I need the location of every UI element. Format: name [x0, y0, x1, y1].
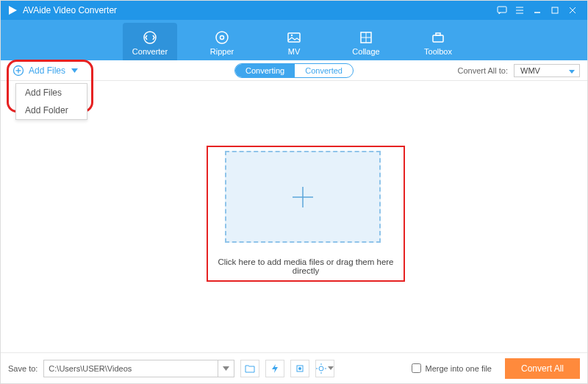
hw-accel-button[interactable] — [290, 360, 309, 377]
tab-label: MV — [288, 47, 301, 56]
menu-item-add-files[interactable]: Add Files — [16, 84, 87, 102]
svg-marker-0 — [9, 6, 17, 15]
maximize-icon[interactable] — [546, 1, 564, 19]
browse-folder-button[interactable] — [240, 360, 259, 377]
toolbox-icon — [430, 28, 446, 47]
add-files-menu: Add Files Add Folder — [15, 83, 87, 120]
settings-button[interactable] — [315, 360, 334, 377]
svg-point-11 — [220, 35, 224, 39]
sub-toolbar: Add Files Converting Converted Convert A… — [1, 60, 587, 81]
format-value: WMV — [520, 66, 540, 75]
save-path-input[interactable] — [44, 364, 218, 373]
feedback-icon[interactable] — [493, 1, 511, 19]
pill-converted[interactable]: Converted — [295, 64, 353, 77]
collage-icon — [358, 28, 374, 47]
convert-all-format: Convert All to: WMV — [458, 64, 580, 77]
tab-converter[interactable]: Converter — [123, 23, 177, 60]
tab-label: Converter — [132, 47, 168, 56]
merge-checkbox[interactable] — [412, 363, 421, 373]
converter-icon — [142, 28, 158, 47]
svg-rect-12 — [288, 33, 300, 42]
save-path-dropdown[interactable] — [218, 360, 234, 377]
add-files-label: Add Files — [29, 65, 65, 76]
svg-rect-18 — [436, 33, 440, 35]
ripper-icon — [214, 28, 230, 47]
svg-rect-1 — [498, 7, 506, 13]
bottom-toolbar: Save to: Merge into one file Convert All — [1, 352, 587, 383]
svg-marker-34 — [328, 366, 334, 370]
svg-point-29 — [319, 366, 323, 371]
close-icon[interactable] — [564, 1, 581, 19]
svg-marker-26 — [272, 364, 278, 373]
tab-mv[interactable]: MV — [267, 23, 321, 60]
minimize-icon[interactable] — [528, 1, 546, 19]
menu-item-add-folder[interactable]: Add Folder — [16, 102, 87, 119]
chevron-down-icon — [71, 68, 78, 73]
merge-option[interactable]: Merge into one file — [412, 363, 492, 373]
tab-label: Ripper — [210, 47, 234, 56]
svg-point-28 — [298, 367, 301, 370]
dropzone-hint: Click here to add media files or drag th… — [207, 257, 405, 275]
plus-circle-icon — [12, 65, 24, 77]
tab-collage[interactable]: Collage — [339, 23, 393, 60]
svg-rect-6 — [552, 7, 558, 13]
menu-icon[interactable] — [511, 1, 528, 19]
tab-ripper[interactable]: Ripper — [195, 23, 249, 60]
app-logo-icon — [7, 4, 18, 16]
save-to-label: Save to: — [8, 364, 37, 373]
pill-converting[interactable]: Converting — [235, 64, 295, 77]
save-path-field — [43, 360, 234, 377]
add-files-button[interactable]: Add Files — [8, 63, 82, 78]
tab-toolbox[interactable]: Toolbox — [411, 23, 465, 60]
convert-all-label: Convert All to: — [458, 66, 508, 75]
plus-icon — [288, 182, 318, 212]
output-format-select[interactable]: WMV — [514, 64, 580, 77]
svg-rect-17 — [433, 35, 443, 42]
app-title: AVAide Video Converter — [23, 5, 117, 15]
svg-marker-22 — [71, 68, 78, 73]
title-bar: AVAide Video Converter — [1, 1, 587, 20]
svg-marker-25 — [223, 366, 229, 371]
tab-label: Toolbox — [424, 47, 452, 56]
convert-all-button[interactable]: Convert All — [505, 358, 580, 379]
merge-label: Merge into one file — [425, 364, 492, 373]
status-filter: Converting Converted — [234, 63, 354, 78]
svg-point-10 — [216, 32, 228, 43]
mv-icon — [286, 28, 302, 47]
tab-label: Collage — [352, 47, 379, 56]
main-tabs: Converter Ripper MV Collage Toolbox — [1, 20, 587, 60]
media-dropzone[interactable] — [225, 151, 381, 243]
boost-button[interactable] — [265, 360, 284, 377]
svg-point-13 — [291, 34, 293, 35]
